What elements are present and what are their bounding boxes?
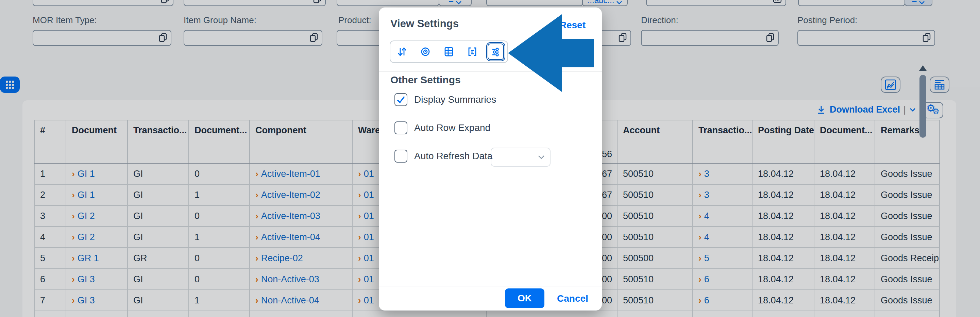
selected-tab-focus-ring — [486, 42, 505, 61]
checkmark-icon — [396, 95, 406, 104]
checkbox-label: Auto Row Expand — [414, 123, 490, 133]
refresh-interval-select[interactable] — [491, 148, 550, 167]
annotation-arrow — [506, 14, 595, 92]
tab-columns[interactable] — [439, 41, 459, 62]
display-summaries-checkbox[interactable] — [395, 93, 407, 106]
ok-button[interactable]: OK — [505, 288, 544, 308]
tab-filter[interactable] — [415, 41, 436, 62]
checkbox-label: Auto Refresh Data — [414, 151, 492, 162]
group-icon — [467, 46, 478, 57]
tab-other-settings[interactable] — [485, 41, 506, 62]
settings-tab-bar — [390, 40, 508, 63]
auto-refresh-data-checkbox[interactable] — [395, 150, 407, 162]
tab-group[interactable] — [462, 41, 482, 62]
dialog-title: View Settings — [390, 18, 459, 30]
display-summaries-row: Display Summaries — [395, 93, 496, 106]
cancel-button[interactable]: Cancel — [557, 293, 588, 304]
dialog-footer-divider — [379, 286, 602, 287]
sliders-icon — [490, 46, 501, 57]
target-icon — [420, 46, 431, 57]
sort-icon — [396, 46, 407, 57]
tab-sort[interactable] — [392, 41, 412, 62]
auto-row-expand-row: Auto Row Expand — [395, 121, 490, 134]
screen: = ...abc... = MOR Item Type: Item Group … — [0, 0, 980, 317]
other-settings-heading: Other Settings — [390, 74, 461, 86]
checkbox-label: Display Summaries — [414, 94, 496, 105]
auto-row-expand-checkbox[interactable] — [395, 121, 407, 134]
chevron-down-icon — [538, 155, 545, 159]
table-icon — [444, 46, 454, 57]
auto-refresh-data-row: Auto Refresh Data — [395, 150, 492, 162]
